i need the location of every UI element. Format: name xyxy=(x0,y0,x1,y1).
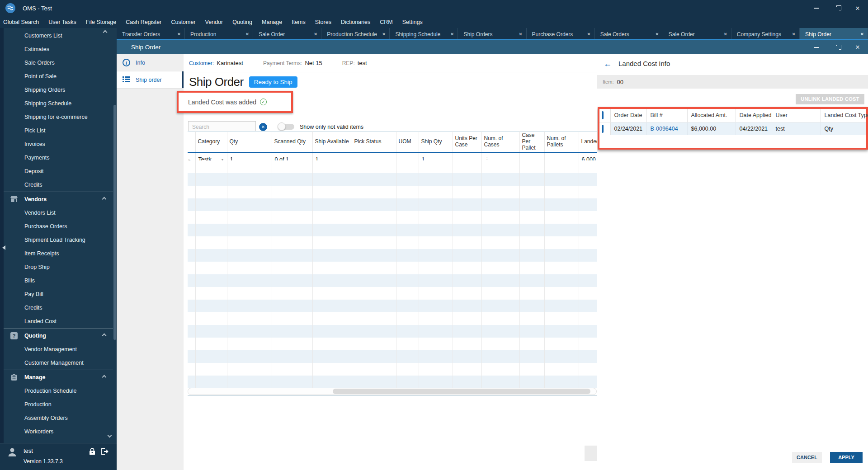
sidebar-item-customers-list[interactable]: Customers List xyxy=(4,29,113,42)
col-pick-status[interactable]: Pick Status xyxy=(352,132,396,153)
sidebar-item-pick-list[interactable]: Pick List xyxy=(4,124,113,137)
menu-customer[interactable]: Customer xyxy=(171,19,195,25)
restore-button[interactable] xyxy=(826,40,847,54)
apply-button[interactable]: APPLY xyxy=(830,452,863,463)
tab-close-icon[interactable]: ✕ xyxy=(858,32,864,37)
sidebar-item-shipping-ecommerce[interactable]: Shipping for e-commerce xyxy=(4,110,113,124)
sidebar-scrollbar[interactable] xyxy=(113,28,116,443)
close-button[interactable]: ✕ xyxy=(847,40,868,54)
col-num-of-pallets[interactable]: Num. of Pallets xyxy=(544,132,579,153)
tab-close-icon[interactable]: ✕ xyxy=(584,32,590,37)
clear-search-icon[interactable]: ✕ xyxy=(259,123,267,131)
col-landed-cost[interactable]: Landed Cost xyxy=(579,132,597,153)
tab-production[interactable]: Production✕ xyxy=(185,28,253,40)
col-bill[interactable]: Bill # xyxy=(646,109,687,122)
menu-vendor[interactable]: Vendor xyxy=(205,19,223,25)
col-uom[interactable]: UOM xyxy=(396,132,419,153)
tab-close-icon[interactable]: ✕ xyxy=(721,32,727,37)
sidebar-item-customer-management[interactable]: Customer Management xyxy=(4,356,113,370)
nav-item-ship-order[interactable]: Ship order xyxy=(117,71,184,89)
tab-purchase-orders[interactable]: Purchase Orders✕ xyxy=(527,28,595,40)
sidebar-scrollbar-thumb[interactable] xyxy=(113,105,116,340)
sidebar-item-sale-orders[interactable]: Sale Orders xyxy=(4,56,113,70)
col-date-applied[interactable]: Date Applied xyxy=(736,109,772,122)
menu-dictionaries[interactable]: Dictionaries xyxy=(341,19,370,25)
tab-sale-orders[interactable]: Sale Orders✕ xyxy=(595,28,663,40)
sidebar-section-manage[interactable]: Manage xyxy=(4,370,113,384)
sidebar-item-credits[interactable]: Credits xyxy=(4,178,113,192)
tab-close-icon[interactable]: ✕ xyxy=(789,32,796,37)
sidebar-item-vendor-management[interactable]: Vendor Management xyxy=(4,343,113,356)
col-ship-qty[interactable]: Ship Qty xyxy=(419,132,453,153)
sidebar-section-quoting[interactable]: ? Quoting xyxy=(4,328,113,343)
row-checkbox[interactable] xyxy=(602,125,604,133)
tab-close-icon[interactable]: ✕ xyxy=(311,32,317,37)
tab-close-icon[interactable]: ✕ xyxy=(652,32,659,37)
logout-icon[interactable] xyxy=(100,448,108,456)
tab-production-schedule[interactable]: Production Schedule✕ xyxy=(321,28,390,40)
sidebar-item-drop-ship[interactable]: Drop Ship xyxy=(4,260,113,274)
tab-shipping-schedule[interactable]: Shipping Schedule✕ xyxy=(390,28,458,40)
tab-sale-order[interactable]: Sale Order✕ xyxy=(253,28,321,40)
tab-ship-orders[interactable]: Ship Orders✕ xyxy=(458,28,526,40)
sidebar-item-vendor-credits[interactable]: Credits xyxy=(4,301,113,315)
sidebar-item-estimates[interactable]: Estimates xyxy=(4,42,113,56)
chevron-up-icon[interactable] xyxy=(102,334,107,338)
sidebar-item-assembly-orders[interactable]: Assembly Orders xyxy=(4,411,113,425)
menu-quoting[interactable]: Quoting xyxy=(232,19,252,25)
tab-close-icon[interactable]: ✕ xyxy=(516,32,522,37)
menu-user-tasks[interactable]: User Tasks xyxy=(48,19,76,25)
close-button[interactable]: ✕ xyxy=(847,0,868,16)
col-order-date[interactable]: Order Date xyxy=(610,109,646,122)
col-num-of-cases[interactable]: Num. of Cases xyxy=(481,132,519,153)
cell-bill-number[interactable]: B-0096404 xyxy=(646,122,687,135)
tab-close-icon[interactable]: ✕ xyxy=(175,32,181,37)
sidebar-item-shipment-load-tracking[interactable]: Shipment Load Tracking xyxy=(4,233,113,247)
menu-file-storage[interactable]: File Storage xyxy=(86,19,116,25)
landed-cost-row[interactable]: 02/24/2021 B-0096404 $6,000.00 04/22/202… xyxy=(599,122,866,135)
menu-cash-register[interactable]: Cash Register xyxy=(126,19,161,25)
lock-icon[interactable] xyxy=(89,448,95,456)
sidebar-item-point-of-sale[interactable]: Point of Sale xyxy=(4,70,113,83)
sidebar-item-production-schedule[interactable]: Production Schedule xyxy=(4,384,113,398)
menu-settings[interactable]: Settings xyxy=(402,19,423,25)
sidebar-item-workorders[interactable]: Workorders xyxy=(4,425,113,438)
menu-global-search[interactable]: Global Search xyxy=(3,19,39,25)
tab-sale-order-2[interactable]: Sale Order✕ xyxy=(663,28,731,40)
tab-close-icon[interactable]: ✕ xyxy=(379,32,386,37)
sidebar-item-bills[interactable]: Bills xyxy=(4,274,113,287)
col-units-per-case[interactable]: Units Per Case xyxy=(453,132,481,153)
menu-manage[interactable]: Manage xyxy=(262,19,282,25)
tab-company-settings[interactable]: Company Settings✕ xyxy=(731,28,800,40)
col-ship-available[interactable]: Ship Available xyxy=(312,132,352,153)
cancel-button[interactable]: CANCEL xyxy=(792,452,822,463)
col-case-per-pallet[interactable]: Case Per Pallet xyxy=(519,132,544,153)
sidebar-item-item-receipts[interactable]: Item Receipts xyxy=(4,247,113,260)
chevron-up-icon[interactable] xyxy=(102,375,107,380)
sidebar-item-deposit[interactable]: Deposit xyxy=(4,164,113,178)
sidebar-item-pay-bill[interactable]: Pay Bill xyxy=(4,287,113,301)
minimize-button[interactable] xyxy=(806,40,826,54)
sidebar-item-tickets-list[interactable]: Tickets List xyxy=(4,438,113,443)
minimize-button[interactable] xyxy=(806,0,826,16)
col-user[interactable]: User xyxy=(772,109,821,122)
sidebar-item-invoices[interactable]: Invoices xyxy=(4,137,113,151)
menu-crm[interactable]: CRM xyxy=(380,19,392,25)
sidebar-item-landed-cost[interactable]: Landed Cost xyxy=(4,315,113,328)
col-landed-cost-type[interactable]: Landed Cost Type xyxy=(821,109,866,122)
tab-transfer-orders[interactable]: Transfer Orders✕ xyxy=(117,28,185,40)
select-all-checkbox[interactable] xyxy=(602,111,604,119)
restore-button[interactable] xyxy=(826,0,847,16)
horizontal-scrollbar-thumb[interactable] xyxy=(333,389,590,394)
chevron-up-icon[interactable] xyxy=(102,197,107,202)
sidebar-item-production[interactable]: Production xyxy=(4,398,113,411)
tab-ship-order-active[interactable]: Ship Order✕ xyxy=(800,28,868,40)
back-arrow-icon[interactable]: ← xyxy=(604,60,612,68)
col-qty[interactable]: Qty xyxy=(227,132,272,153)
sidebar-item-payments[interactable]: Payments xyxy=(4,151,113,164)
not-valid-items-toggle[interactable] xyxy=(278,124,294,130)
sidebar-collapse-strip[interactable] xyxy=(0,28,4,443)
sidebar-item-purchase-orders[interactable]: Purchase Orders xyxy=(4,220,113,233)
col-allocated-amt[interactable]: Allocated Amt. xyxy=(687,109,736,122)
tab-close-icon[interactable]: ✕ xyxy=(448,32,454,37)
